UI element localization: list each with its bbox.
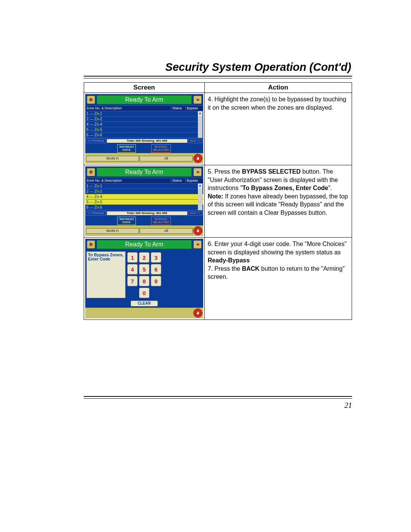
status-pill: Ready To Arm [97, 95, 192, 104]
prev-button[interactable]: << Previous [86, 211, 106, 216]
page-heading: Security System Operation (Cont'd) [84, 61, 352, 73]
keypad-8[interactable]: 8 [139, 276, 150, 286]
pager-total: Total: 009 Showing: 001-009 [107, 211, 187, 215]
keypad-message: To Bypass Zones,Enter Code [86, 251, 126, 298]
action-cell-6-7: 6. Enter your 4-digit user code. The "Mo… [204, 238, 352, 320]
panic-icon[interactable] [193, 154, 202, 163]
step4-text: 4. Highlight the zone(s) to be bypassed … [208, 96, 346, 111]
scrollbar[interactable]: ▲ [198, 111, 202, 138]
scroll-up-icon[interactable]: ▲ [198, 184, 202, 188]
keypad: 1 2 3 4 5 6 7 8 [127, 251, 161, 298]
keypad-5[interactable]: 5 [139, 264, 150, 275]
tab-main[interactable]: MAIN H [86, 228, 139, 234]
prev-button[interactable]: << Previous [86, 139, 106, 143]
action-cell-4: 4. Highlight the zone(s) to be bypassed … [204, 93, 352, 165]
status-pill: Ready To Arm [97, 240, 192, 249]
zone-row-selected[interactable]: 5 --- Zn-5 [85, 200, 203, 205]
home-icon[interactable] [87, 168, 95, 176]
zone-row[interactable]: 6 --- Zn-6 [85, 205, 203, 210]
device-screen-3: Ready To Arm To Bypass Zones,Enter Code … [85, 239, 203, 318]
device-screen-1: Ready To Arm Zone No. & Description Stat… [85, 94, 203, 164]
back-arrow-icon[interactable] [193, 168, 202, 176]
panic-icon[interactable] [193, 308, 202, 318]
keypad-2[interactable]: 2 [139, 252, 150, 263]
scrollbar[interactable]: ▲ [198, 184, 202, 210]
bypass-selected-button[interactable]: BYPASSSELECTED [151, 217, 171, 225]
device-screen-2: Ready To Arm Zone No. & Description Stat… [85, 166, 203, 236]
back-arrow-icon[interactable] [193, 96, 202, 104]
col-screen-header: Screen [84, 83, 205, 93]
zone-list: 1 --- Zn-1 2 --- Zn-2 4 --- Zn-4 5 --- Z… [85, 184, 203, 210]
zone-row[interactable]: 1 --- Zn-1 [85, 184, 203, 189]
scroll-up-icon[interactable]: ▲ [198, 111, 202, 116]
col-action-header: Action [204, 83, 352, 93]
zone-row[interactable]: 6 --- Zn-6 [85, 133, 203, 138]
zone-table-header: Zone No. & Description Status Bypass [85, 178, 203, 184]
screenshot-cell-2: Ready To Arm Zone No. & Description Stat… [84, 165, 205, 238]
zone-list: 1 --- Zn-1 2 --- Zn-2 4 --- Zn-4 5 --- Z… [85, 111, 203, 138]
zone-row[interactable]: 2 --- Zn-2 [85, 117, 203, 122]
keypad-0[interactable]: 0 [139, 288, 150, 298]
zone-row-selected[interactable]: 4 --- Zn-4 [85, 194, 203, 200]
keypad-1[interactable]: 1 [127, 252, 138, 263]
panic-icon[interactable] [193, 226, 202, 235]
screenshot-cell-3: Ready To Arm To Bypass Zones,Enter Code … [84, 238, 205, 320]
page-number: 21 [84, 401, 352, 410]
status-pill: Ready To Arm [97, 168, 192, 177]
zone-table-header: Zone No. & Description Status Bypass [85, 105, 203, 111]
bypass-selected-button[interactable]: BYPASSSELECTED [151, 144, 171, 153]
next-button[interactable]: Next >> [188, 139, 202, 143]
back-arrow-icon[interactable] [193, 240, 202, 249]
zone-row[interactable]: 1 --- Zn-1 [85, 111, 203, 117]
keypad-3[interactable]: 3 [151, 252, 161, 263]
next-button[interactable]: Next >> [188, 211, 202, 216]
keypad-7[interactable]: 7 [127, 276, 138, 286]
pager-total: Total: 009 Showing: 001-009 [107, 139, 187, 143]
refresh-data-button[interactable]: REFRESHDATA [117, 217, 135, 225]
tab-all[interactable]: All [140, 156, 193, 161]
clear-button[interactable]: CLEAR [131, 300, 158, 307]
refresh-data-button[interactable]: REFRESHDATA [117, 144, 135, 153]
keypad-4[interactable]: 4 [127, 264, 138, 275]
zone-row[interactable]: 5 --- Zn-5 [85, 127, 203, 133]
zone-row[interactable]: 2 --- Zn-2 [85, 189, 203, 194]
pager: << Previous Total: 009 Showing: 001-009 … [85, 138, 203, 144]
keypad-9[interactable]: 9 [151, 276, 161, 286]
keypad-6[interactable]: 6 [151, 264, 161, 275]
footer-rule [84, 396, 352, 399]
tab-main[interactable]: MAIN H [86, 156, 139, 161]
zone-row[interactable]: 4 --- Zn-4 [85, 122, 203, 127]
tab-all[interactable]: All [140, 228, 193, 234]
home-icon[interactable] [87, 96, 95, 104]
pager: << Previous Total: 009 Showing: 001-009 … [85, 210, 203, 216]
heading-rule [84, 76, 352, 78]
action-cell-5: 5. Press the BYPASS SELECTED button. The… [204, 165, 352, 238]
screenshot-cell-1: Ready To Arm Zone No. & Description Stat… [84, 93, 205, 165]
home-icon[interactable] [87, 240, 95, 249]
instruction-table: Screen Action Ready To Arm Zone No. & De… [84, 82, 352, 320]
